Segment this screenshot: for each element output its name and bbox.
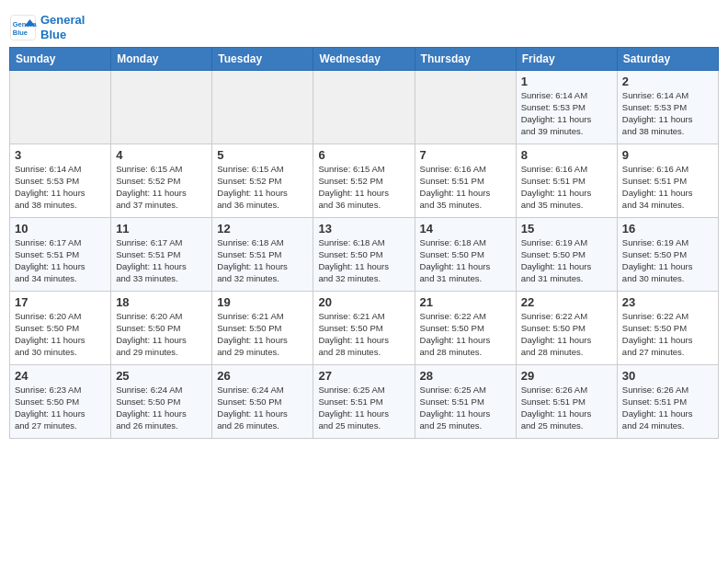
svg-text:Blue: Blue [13,28,28,36]
day-info: Sunrise: 6:19 AM Sunset: 5:50 PM Dayligh… [521,237,612,284]
weekday-header-tuesday: Tuesday [212,48,313,71]
calendar-cell: 25Sunrise: 6:24 AM Sunset: 5:50 PM Dayli… [111,365,212,439]
day-info: Sunrise: 6:15 AM Sunset: 5:52 PM Dayligh… [217,164,308,211]
day-number: 20 [318,295,409,309]
week-row-2: 3Sunrise: 6:14 AM Sunset: 5:53 PM Daylig… [10,144,719,218]
day-info: Sunrise: 6:24 AM Sunset: 5:50 PM Dayligh… [217,385,308,431]
day-info: Sunrise: 6:15 AM Sunset: 5:52 PM Dayligh… [116,164,207,211]
calendar-cell: 10Sunrise: 6:17 AM Sunset: 5:51 PM Dayli… [10,218,111,292]
calendar-cell: 17Sunrise: 6:20 AM Sunset: 5:50 PM Dayli… [10,292,111,365]
calendar-cell: 5Sunrise: 6:15 AM Sunset: 5:52 PM Daylig… [212,144,313,218]
day-number: 10 [15,222,106,236]
day-info: Sunrise: 6:18 AM Sunset: 5:51 PM Dayligh… [217,237,308,284]
calendar-cell: 21Sunrise: 6:22 AM Sunset: 5:50 PM Dayli… [415,292,516,365]
day-info: Sunrise: 6:21 AM Sunset: 5:50 PM Dayligh… [217,311,308,358]
day-info: Sunrise: 6:25 AM Sunset: 5:51 PM Dayligh… [318,385,409,431]
calendar-cell: 11Sunrise: 6:17 AM Sunset: 5:51 PM Dayli… [111,218,212,292]
calendar-cell: 1Sunrise: 6:14 AM Sunset: 5:53 PM Daylig… [516,71,617,144]
calendar-cell: 18Sunrise: 6:20 AM Sunset: 5:50 PM Dayli… [111,292,212,365]
day-info: Sunrise: 6:23 AM Sunset: 5:50 PM Dayligh… [15,385,106,431]
day-number: 21 [420,295,511,309]
day-info: Sunrise: 6:18 AM Sunset: 5:50 PM Dayligh… [318,237,409,284]
day-info: Sunrise: 6:26 AM Sunset: 5:51 PM Dayligh… [622,385,713,431]
calendar-cell: 16Sunrise: 6:19 AM Sunset: 5:50 PM Dayli… [617,218,718,292]
logo: General Blue General Blue [9,13,85,41]
day-number: 9 [622,148,713,162]
calendar-cell: 6Sunrise: 6:15 AM Sunset: 5:52 PM Daylig… [313,144,415,218]
day-info: Sunrise: 6:17 AM Sunset: 5:51 PM Dayligh… [116,237,207,284]
day-info: Sunrise: 6:14 AM Sunset: 5:53 PM Dayligh… [15,164,106,211]
day-number: 7 [420,148,511,162]
day-info: Sunrise: 6:20 AM Sunset: 5:50 PM Dayligh… [116,311,207,358]
calendar-cell: 2Sunrise: 6:14 AM Sunset: 5:53 PM Daylig… [617,71,718,144]
calendar-cell: 26Sunrise: 6:24 AM Sunset: 5:50 PM Dayli… [212,365,313,439]
calendar-cell: 15Sunrise: 6:19 AM Sunset: 5:50 PM Dayli… [516,218,617,292]
weekday-header-monday: Monday [111,48,212,71]
calendar-cell: 9Sunrise: 6:16 AM Sunset: 5:51 PM Daylig… [617,144,718,218]
day-number: 22 [521,295,612,309]
day-info: Sunrise: 6:22 AM Sunset: 5:50 PM Dayligh… [622,311,713,358]
calendar-cell: 22Sunrise: 6:22 AM Sunset: 5:50 PM Dayli… [516,292,617,365]
day-number: 1 [521,75,612,88]
day-info: Sunrise: 6:18 AM Sunset: 5:50 PM Dayligh… [420,237,511,284]
day-number: 25 [116,369,207,383]
day-number: 12 [217,222,308,236]
day-number: 8 [521,148,612,162]
weekday-header-friday: Friday [516,48,617,71]
day-number: 17 [15,295,106,309]
weekday-header-sunday: Sunday [10,48,111,71]
calendar-table: SundayMondayTuesdayWednesdayThursdayFrid… [9,47,719,439]
day-number: 4 [116,148,207,162]
day-info: Sunrise: 6:25 AM Sunset: 5:51 PM Dayligh… [420,385,511,431]
week-row-1: 1Sunrise: 6:14 AM Sunset: 5:53 PM Daylig… [10,71,719,144]
day-info: Sunrise: 6:16 AM Sunset: 5:51 PM Dayligh… [521,164,612,211]
day-info: Sunrise: 6:14 AM Sunset: 5:53 PM Dayligh… [521,90,612,137]
day-number: 29 [521,369,612,383]
page-header: General Blue General Blue [9,9,719,41]
day-number: 14 [420,222,511,236]
day-info: Sunrise: 6:14 AM Sunset: 5:53 PM Dayligh… [622,90,713,137]
weekday-header-row: SundayMondayTuesdayWednesdayThursdayFrid… [10,48,719,71]
day-number: 19 [217,295,308,309]
calendar-cell: 24Sunrise: 6:23 AM Sunset: 5:50 PM Dayli… [10,365,111,439]
calendar-cell [212,71,313,144]
calendar-cell [313,71,415,144]
day-number: 3 [15,148,106,162]
day-info: Sunrise: 6:26 AM Sunset: 5:51 PM Dayligh… [521,385,612,431]
day-info: Sunrise: 6:15 AM Sunset: 5:52 PM Dayligh… [318,164,409,211]
day-info: Sunrise: 6:16 AM Sunset: 5:51 PM Dayligh… [622,164,713,211]
day-info: Sunrise: 6:17 AM Sunset: 5:51 PM Dayligh… [15,237,106,284]
day-number: 18 [116,295,207,309]
day-info: Sunrise: 6:19 AM Sunset: 5:50 PM Dayligh… [622,237,713,284]
calendar-cell: 13Sunrise: 6:18 AM Sunset: 5:50 PM Dayli… [313,218,415,292]
day-info: Sunrise: 6:24 AM Sunset: 5:50 PM Dayligh… [116,385,207,431]
day-number: 23 [622,295,713,309]
weekday-header-wednesday: Wednesday [313,48,415,71]
logo-text: General [40,13,85,28]
calendar-cell: 20Sunrise: 6:21 AM Sunset: 5:50 PM Dayli… [313,292,415,365]
day-number: 28 [420,369,511,383]
calendar-cell [415,71,516,144]
day-number: 24 [15,369,106,383]
week-row-5: 24Sunrise: 6:23 AM Sunset: 5:50 PM Dayli… [10,365,719,439]
calendar-cell [10,71,111,144]
day-number: 27 [318,369,409,383]
day-info: Sunrise: 6:20 AM Sunset: 5:50 PM Dayligh… [15,311,106,358]
calendar-cell: 27Sunrise: 6:25 AM Sunset: 5:51 PM Dayli… [313,365,415,439]
day-info: Sunrise: 6:22 AM Sunset: 5:50 PM Dayligh… [420,311,511,358]
calendar-cell: 3Sunrise: 6:14 AM Sunset: 5:53 PM Daylig… [10,144,111,218]
day-number: 6 [318,148,409,162]
day-info: Sunrise: 6:22 AM Sunset: 5:50 PM Dayligh… [521,311,612,358]
day-number: 26 [217,369,308,383]
calendar-cell: 4Sunrise: 6:15 AM Sunset: 5:52 PM Daylig… [111,144,212,218]
calendar-cell: 28Sunrise: 6:25 AM Sunset: 5:51 PM Dayli… [415,365,516,439]
day-number: 5 [217,148,308,162]
calendar-cell: 29Sunrise: 6:26 AM Sunset: 5:51 PM Dayli… [516,365,617,439]
calendar-cell: 19Sunrise: 6:21 AM Sunset: 5:50 PM Dayli… [212,292,313,365]
weekday-header-thursday: Thursday [415,48,516,71]
calendar-cell: 30Sunrise: 6:26 AM Sunset: 5:51 PM Dayli… [617,365,718,439]
day-number: 30 [622,369,713,383]
day-number: 11 [116,222,207,236]
day-number: 13 [318,222,409,236]
calendar-cell: 8Sunrise: 6:16 AM Sunset: 5:51 PM Daylig… [516,144,617,218]
